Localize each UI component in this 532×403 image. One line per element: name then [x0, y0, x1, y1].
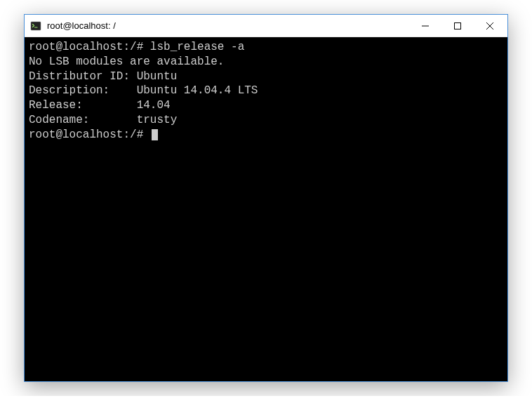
terminal-line: Codename: trusty [29, 113, 503, 128]
close-icon [486, 22, 493, 29]
maximize-icon [454, 22, 461, 29]
terminal-window: root@localhost: / [24, 14, 508, 382]
svg-rect-3 [455, 22, 461, 29]
terminal-icon [30, 20, 41, 32]
window-controls [409, 15, 506, 37]
terminal-prompt: root@localhost:/# [29, 128, 150, 141]
terminal-line: root@localhost:/# lsb_release -a [29, 40, 503, 55]
terminal-output[interactable]: root@localhost:/# lsb_release -aNo LSB m… [25, 37, 507, 381]
terminal-line: Description: Ubuntu 14.04.4 LTS [29, 84, 503, 98]
terminal-line: Release: 14.04 [29, 98, 503, 113]
close-button[interactable] [474, 15, 506, 37]
minimize-button[interactable] [409, 15, 441, 37]
titlebar[interactable]: root@localhost: / [25, 15, 507, 37]
maximize-button[interactable] [441, 15, 474, 37]
window-title: root@localhost: / [47, 20, 409, 31]
terminal-line: Distributor ID: Ubuntu [29, 70, 503, 84]
terminal-line: No LSB modules are available. [29, 55, 503, 70]
svg-rect-0 [31, 22, 41, 30]
cursor [152, 129, 158, 140]
minimize-icon [422, 22, 429, 29]
terminal-prompt-line: root@localhost:/# [29, 128, 503, 143]
